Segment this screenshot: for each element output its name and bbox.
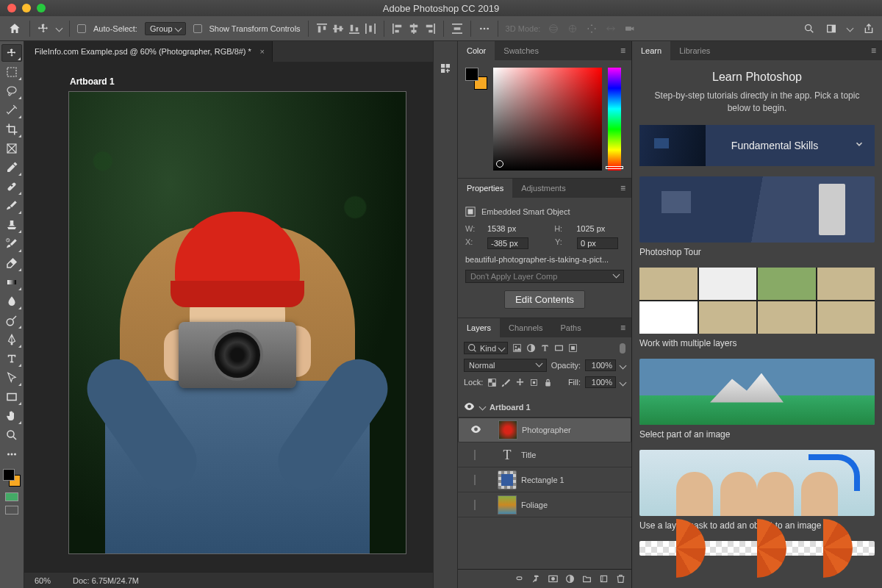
foreground-background-colors[interactable] — [1, 467, 22, 488]
tab-adjustments[interactable]: Adjustments — [512, 179, 575, 198]
tab-channels[interactable]: Channels — [500, 318, 551, 337]
tutorial-extra[interactable] — [639, 541, 875, 556]
layer-name[interactable]: Photographer — [522, 426, 571, 434]
lasso-tool[interactable] — [1, 82, 22, 100]
new-layer-icon[interactable] — [599, 574, 609, 584]
align-right-icon[interactable] — [424, 24, 436, 34]
layer-thumbnail[interactable] — [498, 495, 517, 514]
layer-mask-icon[interactable] — [548, 574, 558, 584]
align-top-icon[interactable] — [316, 24, 328, 34]
expand-chevron-icon[interactable] — [844, 139, 875, 151]
search-icon[interactable] — [803, 23, 815, 35]
rectangle-tool[interactable] — [1, 388, 22, 406]
dodge-tool[interactable] — [1, 312, 22, 329]
edit-contents-button[interactable]: Edit Contents — [504, 290, 585, 309]
layer-artboard-1[interactable]: Artboard 1 — [458, 397, 631, 417]
hand-tool[interactable] — [1, 407, 22, 425]
tab-color[interactable]: Color — [458, 41, 495, 60]
filter-pixel-icon[interactable] — [512, 343, 522, 353]
brush-tool[interactable] — [1, 197, 22, 215]
tab-swatches[interactable]: Swatches — [495, 41, 548, 60]
zoom-tool[interactable] — [1, 426, 22, 444]
frame-tool[interactable] — [1, 140, 22, 157]
layer-name[interactable]: Artboard 1 — [490, 403, 531, 412]
opacity-input[interactable]: 100% — [585, 359, 616, 371]
doc-size[interactable]: Doc: 6.75M/24.7M — [73, 576, 139, 585]
filter-shape-icon[interactable] — [554, 343, 564, 353]
close-window-button[interactable] — [7, 4, 16, 12]
canvas-viewport[interactable]: Artboard 1 — [24, 62, 433, 572]
tutorial-select-part[interactable]: Select part of an image — [639, 359, 875, 440]
show-transform-checkbox[interactable] — [193, 24, 202, 33]
lock-all-icon[interactable] — [543, 378, 553, 387]
tab-properties[interactable]: Properties — [458, 179, 512, 198]
move-tool[interactable] — [1, 44, 22, 62]
layer-foliage[interactable]: Foliage — [458, 492, 631, 517]
tutorial-multiple-layers[interactable]: Work with multiple layers — [639, 268, 875, 348]
visibility-toggle[interactable] — [469, 426, 482, 434]
align-left-icon[interactable] — [392, 24, 404, 34]
visibility-toggle[interactable] — [468, 476, 481, 484]
blur-tool[interactable] — [1, 293, 22, 310]
layer-style-icon[interactable] — [531, 574, 541, 584]
adjustment-layer-icon[interactable] — [565, 574, 575, 584]
delete-layer-icon[interactable] — [616, 574, 625, 584]
more-options-icon[interactable] — [478, 23, 490, 35]
workspace-switcher-icon[interactable] — [825, 23, 837, 35]
distribute-h-icon[interactable] — [365, 24, 376, 34]
color-fgbg-swatch[interactable] — [465, 68, 487, 90]
pen-tool[interactable] — [1, 331, 22, 348]
fundamental-skills-row[interactable]: Fundamental Skills — [639, 125, 875, 166]
filter-adjustment-icon[interactable] — [526, 343, 536, 353]
prop-y-input[interactable]: 0 px — [577, 237, 618, 249]
auto-select-checkbox[interactable] — [77, 24, 86, 33]
move-tool-icon[interactable] — [37, 23, 49, 35]
panel-menu-icon[interactable]: ≡ — [614, 318, 631, 337]
history-brush-tool[interactable] — [1, 235, 22, 253]
history-panel-icon[interactable] — [439, 62, 452, 77]
marquee-tool[interactable] — [1, 63, 22, 81]
artboard-label[interactable]: Artboard 1 — [70, 76, 404, 87]
tab-learn[interactable]: Learn — [632, 41, 670, 60]
layer-thumbnail[interactable]: T — [498, 445, 517, 465]
tab-paths[interactable]: Paths — [552, 318, 590, 337]
lock-position-icon[interactable] — [515, 378, 525, 387]
distribute-v-icon[interactable] — [451, 24, 463, 34]
layer-filter-kind[interactable]: Kind — [464, 342, 508, 354]
close-tab-icon[interactable]: × — [259, 47, 264, 56]
lock-transparency-icon[interactable] — [487, 378, 497, 387]
clone-stamp-tool[interactable] — [1, 216, 22, 234]
blend-mode-dropdown[interactable]: Normal — [464, 359, 547, 372]
path-selection-tool[interactable] — [1, 369, 22, 387]
align-vcenter-icon[interactable] — [332, 24, 344, 34]
layer-name[interactable]: Rectangle 1 — [521, 476, 564, 484]
share-icon[interactable] — [863, 23, 875, 35]
panel-menu-icon[interactable]: ≡ — [865, 41, 882, 60]
layer-comp-dropdown[interactable]: Don't Apply Layer Comp — [465, 270, 624, 283]
layer-thumbnail[interactable] — [498, 420, 517, 440]
group-layers-icon[interactable] — [582, 574, 592, 584]
link-layers-icon[interactable] — [514, 574, 524, 584]
healing-brush-tool[interactable] — [1, 178, 22, 196]
tutorial-photoshop-tour[interactable]: Photoshop Tour — [639, 176, 875, 257]
tab-libraries[interactable]: Libraries — [670, 41, 719, 60]
home-icon[interactable] — [7, 22, 22, 35]
artboard[interactable] — [68, 91, 406, 554]
hue-slider[interactable] — [608, 68, 621, 171]
minimize-window-button[interactable] — [22, 4, 31, 12]
panel-menu-icon[interactable]: ≡ — [614, 179, 631, 198]
layer-name[interactable]: Title — [521, 451, 536, 459]
gradient-tool[interactable] — [1, 273, 22, 291]
layer-name[interactable]: Foliage — [521, 501, 548, 509]
filter-type-icon[interactable] — [540, 343, 550, 353]
edit-toolbar-icon[interactable] — [1, 445, 22, 463]
lock-artboard-icon[interactable] — [529, 378, 539, 387]
layer-thumbnail[interactable] — [498, 470, 517, 490]
prop-x-input[interactable]: -385 px — [487, 237, 528, 249]
layer-photographer[interactable]: Photographer — [458, 417, 631, 442]
type-tool[interactable] — [1, 350, 22, 368]
eyedropper-tool[interactable] — [1, 159, 22, 176]
prop-height[interactable]: 1025 px — [576, 224, 605, 233]
color-picker-field[interactable] — [493, 68, 602, 171]
auto-select-dropdown[interactable]: Group — [145, 22, 186, 35]
